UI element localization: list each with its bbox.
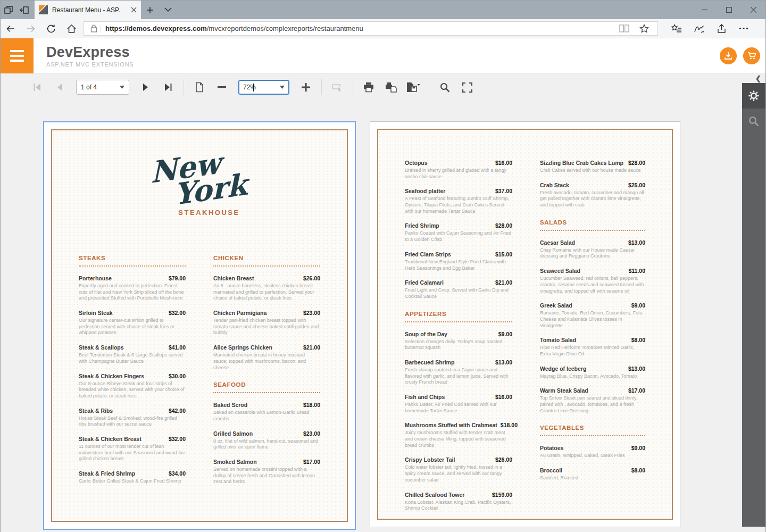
menu-item-head: Caesar Salad$13.00 bbox=[540, 239, 645, 246]
first-page-button[interactable] bbox=[28, 78, 47, 97]
close-window-icon[interactable] bbox=[741, 1, 765, 19]
menu-item-price: $21.00 bbox=[492, 279, 512, 286]
ink-icon[interactable] bbox=[688, 21, 710, 37]
menu-item: Sirloin Steak$32.00Our signature center-… bbox=[79, 310, 186, 336]
print-page-button[interactable] bbox=[381, 78, 401, 97]
minimize-icon[interactable] bbox=[692, 1, 717, 19]
favorite-icon[interactable] bbox=[634, 21, 654, 37]
editing-fields-button[interactable] bbox=[328, 78, 347, 97]
menu-item: Chilled Seafood Tower$159.00Kona Lobster… bbox=[405, 492, 512, 512]
menu-item: Steak & Ribs$42.00House Steak Beef & Smo… bbox=[79, 408, 186, 428]
page-setup-button[interactable] bbox=[190, 78, 209, 97]
full-screen-button[interactable] bbox=[457, 78, 477, 97]
chevron-down-icon[interactable] bbox=[120, 86, 124, 89]
refresh-icon[interactable] bbox=[41, 21, 61, 37]
menu-item-name: Octopus bbox=[405, 160, 428, 166]
menu-item-price: $18.00 bbox=[497, 422, 518, 428]
tab-list-icon[interactable] bbox=[159, 1, 177, 19]
menu-page-2: Octopus$16.00Braised in sherry grilled a… bbox=[377, 129, 673, 520]
menu-item-description: House Steak Beef & Smoked, wood-fire gri… bbox=[79, 415, 186, 428]
menu-item-name: Chilled Seafood Tower bbox=[405, 492, 464, 498]
menu-item-description: Marinated chicken breast in honey mustar… bbox=[213, 352, 320, 371]
menu-item-description: Fried Light and Crisp. Served with Garli… bbox=[405, 287, 512, 300]
page-select[interactable]: 1 of 4 bbox=[76, 80, 129, 95]
menu-item-name: Chicken Breast bbox=[213, 275, 254, 281]
logo-subtitle: STEAKHOUSE bbox=[71, 209, 347, 217]
menu-item: Steak & Fried Shrimp$34.00Garlic Butter … bbox=[79, 470, 186, 485]
search-icon[interactable] bbox=[435, 78, 454, 97]
section-header: STEAKS bbox=[79, 255, 186, 267]
new-tab-icon[interactable] bbox=[141, 1, 159, 19]
zoom-out-button[interactable] bbox=[212, 78, 231, 97]
logo-script-line2: York bbox=[172, 172, 249, 206]
menu-item-price: $79.00 bbox=[165, 275, 186, 281]
menu-item-description: Crisp Romaine with our House made Caesar… bbox=[540, 247, 645, 260]
menu-item-price: $15.00 bbox=[492, 251, 512, 257]
brand-title: DevExpress bbox=[46, 44, 134, 61]
forward-icon[interactable] bbox=[21, 21, 41, 37]
hub-icon[interactable] bbox=[665, 21, 688, 37]
menu-icon[interactable] bbox=[1, 38, 34, 73]
share-icon[interactable] bbox=[710, 21, 732, 37]
panel-search-button[interactable] bbox=[742, 109, 765, 134]
menu-item: Baked Scrod$18.00Baked en casserole with… bbox=[213, 402, 320, 422]
print-button[interactable] bbox=[359, 78, 378, 97]
url-field[interactable]: https://demos.devexpress.com/mvcxreportd… bbox=[84, 21, 658, 36]
tab-preview-icon[interactable] bbox=[1, 1, 16, 19]
menu-item: Fried Shrimp$28.00Panko Coated with Caju… bbox=[405, 222, 512, 243]
site-header: DevExpress ASP.NET MVC EXTENSIONS bbox=[1, 38, 765, 73]
next-page-button[interactable] bbox=[136, 78, 155, 97]
page-indicator: 1 of 4 bbox=[81, 84, 120, 91]
back-icon[interactable] bbox=[1, 21, 21, 37]
more-icon[interactable] bbox=[732, 21, 755, 37]
menu-item: Crab Stack$25.00Fresh avocado, tomato, c… bbox=[540, 182, 645, 209]
settings-button[interactable] bbox=[742, 83, 765, 109]
menu-item-head: Baked Scrod$18.00 bbox=[213, 402, 320, 408]
home-icon[interactable] bbox=[61, 21, 81, 37]
menu-item-description: Fresh avocado, tomato, cucumber and mang… bbox=[540, 190, 645, 209]
menu-item-description: Traditional New England Style Fried Clam… bbox=[405, 259, 512, 271]
zoom-in-button[interactable] bbox=[296, 78, 315, 97]
menu-section: STEAKSPorterhouse$79.00Expertly aged and… bbox=[79, 255, 186, 485]
menu-item-description: Juicy mushrooms stuffed with tender crab… bbox=[405, 430, 512, 448]
zoom-input[interactable]: 72% bbox=[238, 80, 289, 95]
menu-item: Potatoes$9.00Au Gratin, Whipped, Baked, … bbox=[540, 445, 645, 459]
menu-item-head: Crab Stack$25.00 bbox=[540, 182, 645, 188]
menu-item-head: Seaweed Salad$11.00 bbox=[540, 268, 645, 274]
menu-item: Fried Clam Strips$15.00Traditional New E… bbox=[405, 251, 512, 271]
menu-item-head: Chicken Breast$26.00 bbox=[213, 275, 320, 281]
close-tab-icon[interactable] bbox=[131, 7, 137, 13]
menu-item-description: Cucumber Seaweed, red onions, bell peppe… bbox=[540, 276, 645, 294]
chevron-down-icon[interactable] bbox=[280, 86, 285, 89]
menu-item: Grilled Salmon$23.008 oz. filet of wild … bbox=[213, 430, 320, 451]
menu-item-price: $159.00 bbox=[489, 492, 512, 498]
menu-item-description: Served on homemade crostini topped with … bbox=[213, 467, 320, 485]
set-tabs-aside-icon[interactable] bbox=[16, 1, 32, 19]
browser-tab[interactable]: Restaurant Menu - ASP. bbox=[35, 1, 141, 19]
menu-item-name: Grilled Salmon bbox=[213, 430, 253, 437]
cart-icon[interactable] bbox=[743, 47, 760, 64]
prev-page-button[interactable] bbox=[50, 78, 69, 97]
menu-item-head: Steak & Scallops$41.00 bbox=[79, 344, 186, 351]
collapse-panel-icon[interactable]: ❮ bbox=[755, 74, 761, 82]
menu-item-name: Seafood platter bbox=[405, 188, 445, 194]
menu-item-name: Steak & Chicken Fingers bbox=[79, 373, 144, 379]
menu-item-head: Tomato Salad$8.00 bbox=[540, 337, 645, 343]
maximize-icon[interactable] bbox=[717, 1, 741, 19]
menu-item: Crispy Lobster Tail$26.00Cold water lobs… bbox=[405, 456, 512, 483]
menu-item-description: Ripe Red Heirloom Tomatoes Minced Garlic… bbox=[540, 345, 645, 357]
reading-view-icon[interactable] bbox=[614, 21, 634, 37]
menu-item-price: $9.00 bbox=[628, 445, 645, 451]
download-icon[interactable] bbox=[720, 47, 737, 64]
menu-item: Seaweed Salad$11.00Cucumber Seaweed, red… bbox=[540, 268, 645, 294]
menu-item: Mushrooms Stuffed with Crabmeat$18.00Jui… bbox=[405, 422, 512, 448]
report-page-2[interactable]: Octopus$16.00Braised in sherry grilled a… bbox=[370, 121, 680, 527]
report-page-1[interactable]: New York STEAKHOUSE STEAKSPorterhouse$79… bbox=[43, 121, 356, 530]
export-button[interactable] bbox=[404, 78, 423, 97]
menu-item-price: $8.00 bbox=[628, 467, 645, 473]
menu-section: APPETIZERSSoup of the Day$9.00Selection … bbox=[405, 311, 512, 512]
menu-item-head: Fried Shrimp$28.00 bbox=[405, 222, 512, 229]
browser-action-buttons bbox=[665, 21, 755, 37]
last-page-button[interactable] bbox=[159, 78, 178, 97]
menu-item-price: $28.00 bbox=[625, 160, 645, 166]
